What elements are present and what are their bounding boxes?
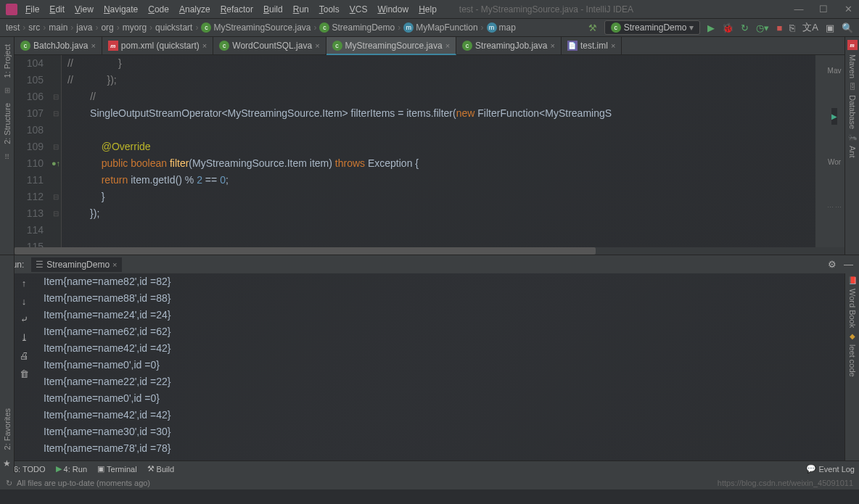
close-icon[interactable]: ×: [550, 41, 554, 50]
code-editor[interactable]: // }// }); // SingleOutputStreamOperator…: [62, 55, 815, 247]
menu-analyze[interactable]: Analyze: [174, 3, 215, 16]
fold-gutter[interactable]: ⊟⊟⊟●↑⊟⊟: [51, 55, 62, 247]
breadcrumb[interactable]: cStreamingDemo: [319, 22, 403, 33]
maximize-button[interactable]: ☐: [818, 4, 829, 15]
scroll-end-icon[interactable]: ⤓: [20, 332, 28, 343]
close-button[interactable]: ✕: [843, 4, 853, 15]
trash-icon[interactable]: 🗑: [20, 368, 29, 379]
db-icon[interactable]: 🗄: [849, 83, 856, 91]
right-sidebar: m Maven 🗄 Database 🐜 Ant: [844, 37, 859, 255]
terminal-button[interactable]: ▣Terminal: [97, 464, 137, 474]
status-bar: ↻ All files are up-to-date (moments ago)…: [0, 476, 859, 489]
database-tool-tab[interactable]: Database: [847, 91, 858, 133]
menu-window[interactable]: Window: [372, 3, 414, 16]
ant-icon[interactable]: 🐜: [848, 133, 857, 141]
breadcrumb[interactable]: mMyMapFunction: [403, 22, 486, 33]
breadcrumb[interactable]: myorg: [123, 22, 155, 33]
menu-run[interactable]: Run: [288, 3, 314, 16]
status-message: All files are up-to-date (moments ago): [17, 479, 150, 487]
editor-tab[interactable]: cBatchJob.java×: [15, 37, 102, 54]
star-icon[interactable]: ★: [3, 458, 11, 468]
run-config-selector[interactable]: c StreamingDemo ▾: [604, 20, 701, 35]
editor-tab[interactable]: cMyStreamingSource.java×: [326, 37, 457, 55]
editor-tab[interactable]: mpom.xml (quickstart)×: [102, 37, 213, 54]
menu-view[interactable]: View: [70, 3, 99, 16]
breadcrumb[interactable]: org: [101, 22, 122, 33]
close-icon[interactable]: ×: [202, 41, 207, 50]
editor-tab[interactable]: cStreamingJob.java×: [456, 37, 562, 54]
console-output[interactable]: Item{name=name82',id =82}Item{name=name8…: [32, 273, 844, 460]
hammer-icon[interactable]: ⚒: [588, 22, 597, 33]
menu-code[interactable]: Code: [143, 3, 174, 16]
down-icon[interactable]: ↓: [22, 296, 27, 307]
breadcrumb[interactable]: mmap: [487, 22, 522, 33]
menu-vcs[interactable]: VCS: [345, 3, 373, 16]
breadcrumb[interactable]: src: [28, 22, 49, 33]
vcs-status-icon[interactable]: ↻: [6, 479, 12, 488]
menu-file[interactable]: File: [20, 3, 44, 16]
menu-refactor[interactable]: Refactor: [215, 3, 258, 16]
menu-tools[interactable]: Tools: [314, 3, 345, 16]
maven-icon[interactable]: m: [847, 40, 858, 50]
line-gutter: 104105106107108109110111112113114115: [15, 55, 51, 247]
wrap-icon[interactable]: ⤶: [20, 314, 28, 325]
horizontal-scrollbar[interactable]: [15, 247, 844, 255]
event-log-button[interactable]: 💬Event Log: [806, 464, 855, 474]
debug-button[interactable]: 🐞: [722, 22, 733, 33]
minimize-button[interactable]: —: [794, 4, 804, 15]
build-button[interactable]: ⚒Build: [147, 464, 174, 474]
wordbook-tab[interactable]: Word Book: [847, 284, 858, 332]
print-icon[interactable]: 🖨: [20, 350, 29, 361]
menubar: FileEditViewNavigateCodeAnalyzeRefactorB…: [0, 0, 859, 19]
breadcrumb[interactable]: main: [49, 22, 76, 33]
breadcrumb[interactable]: cMyStreamingSource.java: [201, 22, 319, 33]
breadcrumb[interactable]: quickstart: [155, 22, 201, 33]
maven-tool-tab[interactable]: Maven: [847, 50, 858, 83]
menu-help[interactable]: Help: [414, 3, 442, 16]
run-tab[interactable]: ☰ StreamingDemo ×: [31, 257, 121, 272]
run-panel: Run: ☰ StreamingDemo × ⚙ — ↻ ■ 📷 ⮾ ⊞ 📌 ↑…: [0, 255, 859, 460]
search-icon[interactable]: 🔍: [842, 22, 853, 33]
settings-icon[interactable]: ⚙: [828, 259, 837, 270]
minimize-panel-icon[interactable]: —: [844, 259, 853, 270]
coverage-button[interactable]: ↻: [741, 22, 749, 33]
breadcrumb[interactable]: test: [6, 22, 28, 33]
run-tool-button[interactable]: ▶4: Run: [56, 464, 87, 474]
close-icon[interactable]: ×: [112, 260, 117, 269]
close-icon[interactable]: ×: [91, 41, 95, 50]
menu-build[interactable]: Build: [258, 3, 288, 16]
close-icon[interactable]: ×: [445, 41, 450, 50]
app-icon: [6, 4, 17, 15]
left-sidebar: 1: Project ⊞ 2: Structure ⠿: [0, 37, 15, 255]
vcs-icon[interactable]: ⎘: [789, 22, 795, 33]
overview-ruler[interactable]: [815, 55, 824, 247]
editor-tab[interactable]: 📄test.iml×: [562, 37, 622, 54]
editor-tabs: cBatchJob.java×mpom.xml (quickstart)×cWo…: [15, 37, 844, 55]
project-structure-icon[interactable]: ▣: [826, 22, 834, 33]
tool-buttons-bar: ☰6: TODO ▶4: Run ▣Terminal ⚒Build 💬Event…: [0, 460, 859, 476]
up-icon[interactable]: ↑: [22, 278, 27, 289]
favorites-tab[interactable]: 2: Favorites: [1, 404, 13, 454]
sidebar-icon: ⊞: [4, 86, 10, 94]
sidebar-icon: ⠿: [4, 153, 9, 161]
inlay-hints: Mav ▶ Wor ⋯ ⋯ ng to: [824, 55, 844, 247]
ant-tool-tab[interactable]: Ant: [847, 141, 858, 162]
menu-edit[interactable]: Edit: [44, 3, 70, 16]
run-button[interactable]: ▶: [707, 22, 715, 33]
breadcrumb[interactable]: java: [76, 22, 101, 33]
right-sidebar-lower: 📕 Word Book ◆ leet code: [844, 273, 859, 460]
project-tool-tab[interactable]: 1: Project: [1, 40, 13, 82]
play-gutter-icon[interactable]: ▶: [831, 108, 837, 125]
lang-icon[interactable]: 文A: [802, 21, 818, 34]
watermark: https://blog.csdn.net/weixin_45091011: [718, 479, 853, 487]
stop-button[interactable]: ■: [776, 22, 782, 33]
run-tools-secondary: ↑ ↓ ⤶ ⤓ 🖨 🗑: [16, 273, 32, 460]
profile-button[interactable]: ◷▾: [756, 22, 769, 33]
structure-tool-tab[interactable]: 2: Structure: [1, 99, 13, 149]
navbar: testsrcmainjavaorgmyorgquickstartcMyStre…: [0, 19, 859, 37]
leetcode-tab[interactable]: leet code: [847, 340, 858, 381]
menu-navigate[interactable]: Navigate: [99, 3, 143, 16]
close-icon[interactable]: ×: [611, 41, 615, 50]
close-icon[interactable]: ×: [315, 41, 319, 50]
editor-tab[interactable]: cWordCountSQL.java×: [213, 37, 326, 54]
